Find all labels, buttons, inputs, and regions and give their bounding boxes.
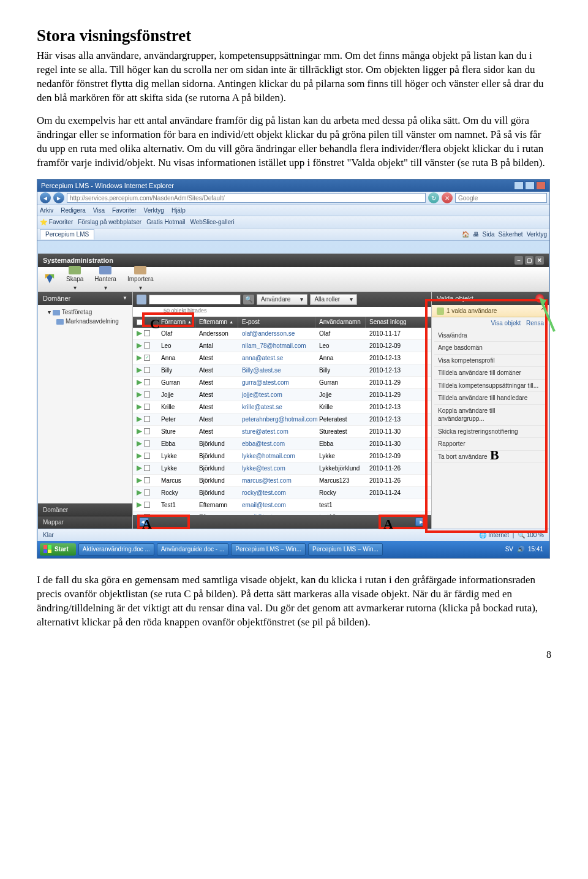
search-icon[interactable]: 🔍 (243, 295, 254, 304)
print-icon[interactable]: 🖶 (473, 230, 479, 239)
cell-epost[interactable]: rocky@test.com (238, 489, 315, 497)
row-action-arrow-icon[interactable] (137, 355, 142, 361)
action-item[interactable]: Tilldela kompetensuppsättningar till... (434, 380, 546, 393)
start-button[interactable]: Start (40, 543, 76, 556)
action-item[interactable]: Tilldela användare till domäner (434, 367, 546, 380)
cell-epost[interactable]: lykke@hotmail.com (238, 452, 315, 461)
table-row[interactable]: EbbaBjörklundebba@test.comEbba2010-11-30 (133, 438, 431, 450)
app-maximize-icon[interactable]: ▢ (525, 256, 533, 265)
row-action-arrow-icon[interactable] (137, 404, 142, 410)
fav-item-1[interactable]: Förslag på webbplatser (78, 218, 141, 227)
row-action-arrow-icon[interactable] (137, 502, 142, 508)
row-action-arrow-icon[interactable] (137, 380, 142, 385)
cell-epost[interactable]: peterahnberg@hotmail.com (238, 415, 315, 424)
cell-epost[interactable]: nilam_78@hotmail.com (238, 342, 315, 350)
row-checkbox[interactable] (144, 428, 150, 434)
row-action-arrow-icon[interactable] (137, 466, 142, 471)
table-row[interactable]: RockyBjörklundrocky@test.comRocky2010-11… (133, 487, 431, 499)
maximize-button[interactable] (525, 181, 535, 190)
row-action-arrow-icon[interactable] (137, 490, 142, 496)
cell-epost[interactable]: olaf@andersson.se (238, 330, 315, 338)
row-checkbox[interactable] (144, 489, 150, 496)
window-controls[interactable] (514, 181, 546, 190)
row-checkbox[interactable]: ✓ (144, 355, 150, 361)
forward-button[interactable]: ► (53, 192, 64, 203)
menu-favoriter[interactable]: Favoriter (112, 206, 136, 215)
home-icon[interactable]: 🏠 (462, 230, 469, 239)
action-item[interactable]: Tilldela användare till handledare (434, 392, 546, 405)
menu-redigera[interactable]: Redigera (61, 206, 86, 215)
filter-type-dropdown[interactable]: Användare▾ (257, 294, 307, 305)
row-action-arrow-icon[interactable] (137, 392, 142, 398)
table-row[interactable]: StureAteststure@atest.comStureatest2010-… (133, 426, 431, 438)
menu-visa[interactable]: Visa (93, 206, 105, 215)
table-row[interactable]: KrilleAtestkrille@atest.seKrille2010-12-… (133, 401, 431, 413)
menu-verktyg[interactable]: Verktyg (144, 206, 164, 215)
table-row[interactable]: OlafAnderssonolaf@andersson.seOlaf2010-1… (133, 328, 431, 340)
row-checkbox[interactable] (144, 342, 150, 349)
close-button[interactable] (536, 181, 546, 190)
menu-hjalp[interactable]: Hjälp (172, 206, 186, 215)
task-4[interactable]: Percepium LMS – Win... (308, 543, 383, 556)
tool-sida[interactable]: Sida (483, 230, 495, 239)
column-epost[interactable]: E-post (238, 317, 315, 328)
tool-sakerhet[interactable]: Säkerhet (499, 230, 523, 239)
sidebar-tab-mappar[interactable]: Mappar (38, 516, 132, 529)
task-2[interactable]: Användarguide.doc - ... (157, 543, 228, 556)
row-checkbox[interactable] (144, 379, 150, 385)
tray-icon[interactable]: 🔊 (517, 545, 524, 554)
app-close-icon[interactable]: ✕ (535, 256, 544, 265)
table-row[interactable]: PeterAtestpeterahnberg@hotmail.comPetera… (133, 413, 431, 426)
table-row[interactable]: LykkeBjörklundlykke@test.comLykkebjörklu… (133, 462, 431, 475)
column-efternamn[interactable]: Efternamn▲ (195, 317, 238, 328)
row-checkbox[interactable] (144, 416, 150, 422)
pager-next[interactable]: ► (415, 518, 428, 526)
cell-epost[interactable]: jojje@test.com (238, 391, 315, 399)
action-item[interactable]: Skicka registreringsnotifiering (434, 426, 546, 439)
row-checkbox[interactable] (144, 367, 150, 373)
sidebar-tab-domaner[interactable]: Domäner (38, 504, 132, 516)
cell-epost[interactable]: marcus@test.com (238, 477, 315, 485)
cell-epost[interactable]: lykke@test.com (238, 464, 315, 473)
toolbar-importera[interactable]: Importera ▾ (127, 266, 154, 292)
row-checkbox[interactable] (144, 440, 150, 447)
tree-node-testforetag[interactable]: ▾ Testföretag (42, 307, 129, 317)
action-item[interactable]: Ange basdomän (434, 342, 546, 355)
menu-arkiv[interactable]: Arkiv (40, 206, 53, 215)
refresh-button[interactable]: ↻ (428, 192, 439, 203)
cell-epost[interactable]: sture@atest.com (238, 428, 315, 436)
table-row[interactable]: LeoAntalnilam_78@hotmail.comLeo2010-12-0… (133, 340, 431, 352)
row-action-arrow-icon[interactable] (137, 441, 142, 447)
cell-epost[interactable]: Billy@atest.se (238, 366, 315, 375)
row-action-arrow-icon[interactable] (137, 478, 142, 483)
column-anvandarnamn[interactable]: Användarnamn (315, 317, 366, 328)
lang-indicator[interactable]: SV (505, 545, 513, 554)
cell-epost[interactable]: ebba@test.com (238, 440, 315, 448)
selected-count-row[interactable]: 1 valda användare ˄ (432, 305, 549, 318)
action-item[interactable]: Koppla användare till användargrupp... (434, 405, 546, 426)
row-checkbox[interactable] (144, 477, 150, 483)
row-checkbox[interactable] (144, 453, 150, 459)
row-action-arrow-icon[interactable] (137, 343, 142, 349)
filter-role-dropdown[interactable]: Alla roller▾ (310, 294, 357, 305)
row-checkbox[interactable] (144, 404, 150, 410)
stop-button[interactable]: ✕ (442, 192, 453, 203)
row-action-arrow-icon[interactable] (137, 368, 142, 373)
table-row[interactable]: BillyAtestBilly@atest.seBilly2010-12-13 (133, 364, 431, 377)
filter-input[interactable] (149, 295, 241, 304)
tree-node-marknadsavdelning[interactable]: Marknadsavdelning (42, 317, 129, 326)
row-checkbox[interactable] (144, 391, 150, 398)
table-row[interactable]: Test1Efternamnemail@test.comtest1 (133, 499, 431, 511)
row-action-arrow-icon[interactable] (137, 331, 142, 336)
checkbox-all[interactable] (137, 319, 143, 325)
url-field[interactable]: http://services.percepium.com/NasdenAdm/… (67, 193, 426, 203)
minimize-button[interactable] (514, 181, 524, 190)
fav-item-2[interactable]: Gratis Hotmail (146, 218, 185, 227)
table-row[interactable]: ✓AnnaAtestanna@atest.seAnna2010-12-13 (133, 352, 431, 364)
back-button[interactable]: ◄ (40, 192, 51, 203)
row-action-arrow-icon[interactable] (137, 417, 142, 422)
browser-tab[interactable]: Percepium LMS (40, 229, 94, 240)
cell-epost[interactable]: gurra@atest.com (238, 379, 315, 387)
table-row[interactable]: LykkeBjörklundlykke@hotmail.comLykke2010… (133, 450, 431, 462)
action-item[interactable]: Visa/ändra (434, 330, 546, 342)
